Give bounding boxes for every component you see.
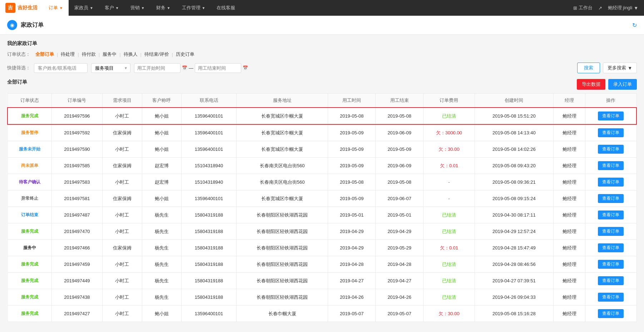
order-manager: 鲍经理 xyxy=(553,124,585,141)
customer-search-input[interactable] xyxy=(34,63,88,73)
filter-tab-4[interactable]: 待换人 xyxy=(122,51,140,58)
filter-tab-2[interactable]: 待付款 xyxy=(80,51,98,58)
order-phone: 15804319188 xyxy=(181,207,236,223)
view-order-button[interactable]: 查看订单 xyxy=(598,243,624,252)
more-search-button[interactable]: 更多搜索 ▼ xyxy=(603,63,637,73)
column-header: 联系电话 xyxy=(181,94,236,108)
order-address-text: 长春巾帼大厦 xyxy=(268,311,296,316)
view-order-button[interactable]: 查看订单 xyxy=(598,260,624,269)
order-action: 查看订单 xyxy=(585,158,636,174)
order-start-text: 2019-05-09 xyxy=(340,196,364,201)
order-phone-text: 15804319188 xyxy=(195,245,223,251)
nav-item-客户[interactable]: 客户▼ xyxy=(99,0,125,16)
view-order-button[interactable]: 查看订单 xyxy=(598,309,624,318)
date-dash: — xyxy=(189,65,193,71)
order-created-text: 2019-05-08 09:43:20 xyxy=(492,163,536,168)
order-status-text: 异常终止 xyxy=(21,196,38,201)
add-order-button[interactable]: 录入订单 xyxy=(608,79,637,90)
order-customer-text: 杨先生 xyxy=(155,212,169,218)
nav-arrow-icon: ▼ xyxy=(59,6,63,10)
view-order-button[interactable]: 查看订单 xyxy=(598,161,624,170)
column-header: 用工结束 xyxy=(376,94,423,108)
order-fee: 已结清 xyxy=(423,223,475,240)
order-created: 2019-05-08 14:02:26 xyxy=(475,141,553,158)
nav-item-财务[interactable]: 财务▼ xyxy=(150,0,176,16)
order-manager-text: 鲍经理 xyxy=(563,294,576,300)
view-order-button[interactable]: 查看订单 xyxy=(598,276,624,285)
date-range: 📅 — 📅 xyxy=(134,63,248,73)
order-status-text: 服务完成 xyxy=(21,229,38,234)
order-end: 2019-05-08 xyxy=(376,108,423,124)
search-button[interactable]: 搜索 xyxy=(577,63,600,73)
end-date-input[interactable] xyxy=(195,63,241,73)
order-created: 2019-05-08 14:13:40 xyxy=(475,124,553,141)
export-button[interactable]: 导出数据 xyxy=(577,79,605,90)
order-end-text: 2019-05-29 xyxy=(387,245,411,251)
logout-icon[interactable]: ↗ xyxy=(598,5,602,11)
order-service: 住家保姆 xyxy=(103,240,142,256)
order-customer: 鲍小姐 xyxy=(142,124,181,141)
order-start-text: 2019-05-07 xyxy=(340,311,364,316)
nav-arrow-icon: ▼ xyxy=(141,6,145,10)
order-start-text: 2019-05-08 xyxy=(340,113,364,119)
view-order-button[interactable]: 查看订单 xyxy=(598,178,624,187)
nav-item-营销[interactable]: 营销▼ xyxy=(125,0,150,16)
order-created-text: 2019-05-08 15:51:20 xyxy=(492,113,536,119)
order-end: 2019-06-07 xyxy=(376,190,423,207)
order-customer: 杨先生 xyxy=(142,273,181,289)
order-action: 查看订单 xyxy=(585,190,636,207)
view-order-button[interactable]: 查看订单 xyxy=(598,210,624,219)
order-end-text: 2019-06-07 xyxy=(387,196,411,201)
view-order-button[interactable]: 查看订单 xyxy=(598,128,624,137)
nav-item-在线客服[interactable]: 在线客服 xyxy=(211,0,241,16)
filter-tab-6[interactable]: 历史订单 xyxy=(174,51,197,58)
user-info[interactable]: 鲍经理 jingli ▼ xyxy=(608,5,639,11)
order-id-text: 2019497438 xyxy=(64,294,90,300)
order-start: 2019-05-08 xyxy=(328,174,375,190)
view-order-button[interactable]: 查看订单 xyxy=(598,293,624,302)
nav-right: ⊞ 工作台 ↗ 鲍经理 jingli ▼ xyxy=(573,5,639,11)
filter-tab-3[interactable]: 服务中 xyxy=(100,51,119,58)
filter-tab-1[interactable]: 待处理 xyxy=(59,51,77,58)
order-service: 小时工 xyxy=(103,207,142,223)
order-end: 2019-05-08 xyxy=(376,174,423,190)
refresh-icon[interactable]: ↻ xyxy=(632,22,637,29)
order-manager: 鲍经理 xyxy=(553,174,585,190)
filter-tab-5[interactable]: 待结束/评价 xyxy=(142,51,171,58)
filter-tab-0[interactable]: 全部订单 xyxy=(33,51,56,58)
view-order-button[interactable]: 查看订单 xyxy=(598,112,624,120)
order-created: 2019-05-08 09:43:20 xyxy=(475,158,553,174)
page-header-icon: ◉ xyxy=(7,20,17,30)
service-select[interactable]: 服务项目小时工住家保姆月嫂育儿嫂 xyxy=(91,63,130,73)
order-fee: - xyxy=(423,190,475,207)
order-customer: 杨先生 xyxy=(142,240,181,256)
order-id: 2019497596 xyxy=(51,108,103,124)
order-action: 查看订单 xyxy=(585,124,636,141)
view-order-button[interactable]: 查看订单 xyxy=(598,145,624,154)
workspace-link[interactable]: ⊞ 工作台 xyxy=(573,5,593,11)
order-service-text: 小时工 xyxy=(115,179,129,185)
order-status-text: 服务完成 xyxy=(21,294,38,299)
nav-item-工作管理[interactable]: 工作管理▼ xyxy=(176,0,211,16)
order-id-text: 2019497592 xyxy=(64,130,90,135)
order-manager-text: 鲍经理 xyxy=(563,262,576,267)
filter-divider: | xyxy=(99,52,100,57)
nav-menu: 订单▼家政员▼客户▼营销▼财务▼工作管理▼在线客服 xyxy=(43,0,573,16)
order-address: 长春南关区电台街560 xyxy=(237,174,328,190)
view-order-button[interactable]: 查看订单 xyxy=(598,227,624,236)
order-start: 2019-05-08 xyxy=(328,108,375,124)
order-phone-text: 15804319188 xyxy=(195,212,223,218)
nav-item-家政员[interactable]: 家政员▼ xyxy=(69,0,99,16)
workspace-icon: ⊞ xyxy=(573,5,577,11)
order-service: 小时工 xyxy=(103,289,142,306)
start-date-input[interactable] xyxy=(134,63,180,73)
order-fee-text: - xyxy=(448,196,450,201)
order-start: 2019-05-09 xyxy=(328,158,375,174)
nav-item-订单[interactable]: 订单▼ xyxy=(43,0,69,16)
order-status-text: 服务未开始 xyxy=(19,147,40,152)
order-end-text: 2019-06-09 xyxy=(387,163,411,168)
view-order-button[interactable]: 查看订单 xyxy=(598,194,624,203)
order-fee: 已结清 xyxy=(423,207,475,223)
order-customer-text: 杨先生 xyxy=(155,245,169,251)
table-head: 订单状态订单编号需求项目客户称呼联系电话服务地址用工时间用工结束订单费用创建时间… xyxy=(8,94,636,108)
